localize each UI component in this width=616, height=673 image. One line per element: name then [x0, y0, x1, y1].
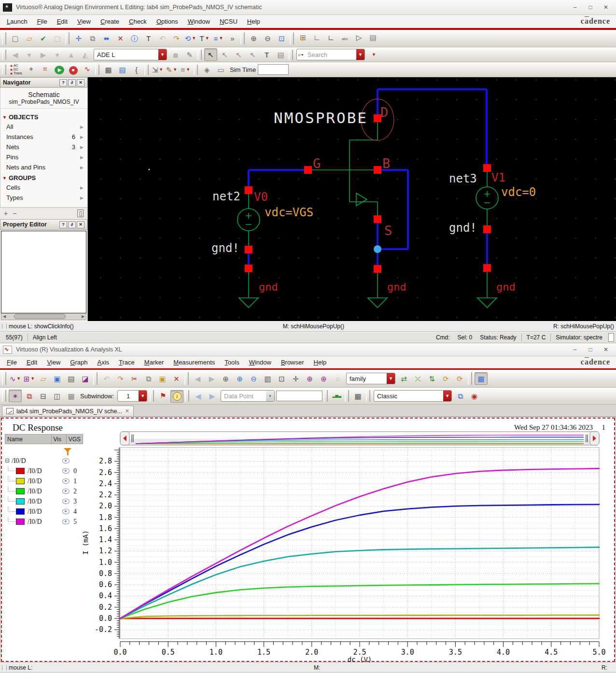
schematic-label[interactable]: gnd [387, 281, 406, 293]
save2-button[interactable]: ▣ [51, 372, 64, 385]
hist-button[interactable]: ▂▅▃ [330, 390, 343, 402]
pan-button[interactable]: ✛ [289, 372, 302, 385]
expand-arrow-icon[interactable]: ▶ [80, 196, 84, 200]
menu-edit[interactable]: Edit [52, 17, 72, 26]
wand-button[interactable]: ✶ [9, 390, 22, 402]
strategy-button[interactable]: ⧉ [23, 390, 36, 402]
menu-trace[interactable]: Trace [114, 358, 140, 367]
paste-button[interactable]: ▣ [156, 372, 169, 385]
next-button[interactable]: ▶ [205, 372, 218, 385]
menu-help[interactable]: Help [242, 17, 265, 26]
next2-button[interactable]: ▶ [206, 390, 219, 402]
navigator-item-nets[interactable]: Nets3▶ [0, 142, 87, 152]
annotations-button[interactable]: ▭ [214, 63, 227, 76]
select-partial-button[interactable]: ↖ [218, 48, 231, 61]
vsplit-button[interactable]: ◫ [51, 390, 64, 402]
menu-check[interactable]: Check [124, 17, 152, 26]
titlebar[interactable]: Virtuoso (R) Visualization & Analysis XL… [0, 343, 616, 356]
pins-red[interactable] [245, 114, 491, 273]
visibility-eye-icon[interactable] [62, 499, 70, 504]
add-note-button[interactable]: ▤ [366, 31, 379, 44]
schematic-label[interactable]: net3 [449, 172, 477, 185]
setup-button[interactable]: ⌖ [25, 63, 38, 75]
navigator-float-button[interactable]: ∂ [68, 79, 76, 86]
menu-help[interactable]: Help [309, 358, 332, 367]
visibility-eye-icon[interactable] [62, 458, 70, 463]
open-folder-button[interactable]: ▱ [37, 372, 50, 385]
refresh-button[interactable]: ⟳ [453, 372, 466, 385]
legend-column-vis[interactable]: Vis [52, 435, 67, 444]
menu-view[interactable]: View [42, 358, 65, 367]
navigator-item-instances[interactable]: Instances6▶ [0, 132, 87, 142]
zoom-out-tree-button[interactable]: − [13, 210, 16, 217]
results-button[interactable]: ▤ [116, 63, 129, 76]
search-box[interactable]: ⌕▾ Search ▼ [296, 49, 365, 60]
zoom-in-sq-button[interactable]: ⊕ [233, 372, 246, 385]
select-opts-button[interactable]: ▤ [274, 48, 287, 61]
menu-file[interactable]: File [32, 17, 52, 26]
point-value-input[interactable] [276, 391, 322, 401]
doc-settings-button[interactable]: ◈ [200, 63, 213, 76]
snapshot-button[interactable]: ◪ [79, 372, 92, 385]
property-float-button[interactable]: ∂ [68, 221, 76, 228]
redo-button[interactable]: ↷ [170, 32, 183, 45]
schematic-label[interactable]: gnd [259, 281, 278, 293]
property-editor-content[interactable] [1, 231, 86, 313]
hide-trace-button[interactable]: ◉ [468, 390, 481, 402]
expand-arrow-icon[interactable]: ▶ [80, 145, 84, 150]
trace-color-swatch[interactable] [16, 478, 25, 484]
expand-arrow-icon[interactable]: ▶ [80, 125, 84, 129]
filter-funnel-icon[interactable] [64, 448, 71, 452]
workspace-combo[interactable]: ADE L▼ [94, 49, 167, 60]
select-net-button[interactable]: ↖ [232, 48, 245, 61]
property-editor-header[interactable]: Property Editor ? ∂ ✕ [0, 219, 87, 230]
menu-graph[interactable]: Graph [65, 358, 92, 367]
calculator-button[interactable]: ▦ [102, 63, 115, 76]
prev-button[interactable]: ◀ [191, 372, 204, 385]
visibility-eye-icon[interactable] [62, 519, 70, 524]
save-state-button[interactable]: ⧉ [454, 390, 467, 402]
trace-color-swatch[interactable] [16, 468, 25, 474]
redo-button[interactable]: ↷ [114, 372, 127, 385]
maximize-button[interactable]: □ [583, 2, 598, 12]
add-instance-button[interactable]: ⊞ [296, 31, 309, 44]
schematic-label[interactable]: NMOSPROBE [274, 109, 368, 126]
style-combo[interactable]: Classic▼ [374, 390, 452, 402]
flipxy-button[interactable]: ⇅ [425, 372, 438, 385]
schematic-label[interactable]: gnd [496, 281, 516, 293]
menu-launch[interactable]: Launch [2, 17, 32, 26]
mini-scrollbar[interactable] [608, 333, 614, 342]
titlebar[interactable]: Virtuoso® Analog Design Environment L Ed… [0, 0, 616, 15]
zoom-in2-button[interactable]: ⊕ [219, 372, 232, 385]
zoom-out-button[interactable]: ⊖ [261, 32, 274, 45]
zoom-in-tree-button[interactable]: + [4, 210, 8, 217]
solder-dot[interactable] [374, 245, 381, 253]
edit-netlist-button[interactable]: ✎▼ [165, 63, 178, 76]
navigator-item-cells[interactable]: Cells▶ [0, 182, 87, 193]
maximize-button[interactable]: □ [583, 345, 598, 354]
menu-options[interactable]: Options [152, 17, 183, 26]
check-run-button[interactable]: ⌗▼ [179, 63, 192, 76]
schematic-label[interactable]: S [384, 223, 392, 238]
more-button[interactable]: » [226, 32, 239, 45]
navigator-item-nets-and-pins[interactable]: Nets and Pins▶ [0, 162, 87, 172]
menu-tools[interactable]: Tools [220, 358, 244, 367]
graph-tab[interactable]: lab4 sim_ProbePads_NMOS_IV sche... ✕ [2, 406, 134, 416]
select-text-button[interactable]: T [260, 48, 273, 61]
menu-marker[interactable]: Marker [140, 358, 168, 367]
zoom-y-button[interactable]: ⊕ [317, 372, 330, 385]
probes-button[interactable]: ⌗ [39, 63, 52, 75]
menu-axis[interactable]: Axis [92, 358, 114, 367]
trace-color-swatch[interactable] [16, 519, 25, 525]
forward-dd-button[interactable]: ▾ [51, 48, 64, 61]
calc2-button[interactable]: ▦ [351, 390, 364, 402]
schematic-label[interactable]: gnd! [449, 221, 477, 235]
zoom-fit-button[interactable]: ⊡ [275, 32, 288, 45]
run-button[interactable]: ▶ [53, 64, 66, 76]
forward-button[interactable]: ▶ [37, 48, 50, 61]
top-button[interactable]: ◭ [79, 48, 92, 61]
navigator-item-pins[interactable]: Pins▶ [0, 152, 87, 162]
tree-collapse-icon[interactable]: ⊟ [5, 457, 12, 464]
zoom-in-button[interactable]: ⊕ [247, 32, 260, 45]
new-graph-button[interactable]: ∿▼ [9, 372, 22, 385]
